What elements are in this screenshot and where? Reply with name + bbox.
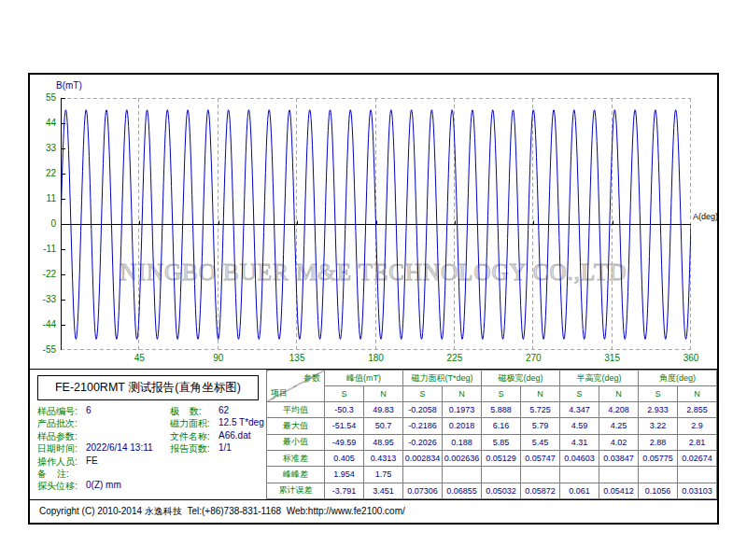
table-cell: -0.2026	[402, 434, 442, 450]
info-label: 报告页数:	[170, 442, 210, 455]
table-cell: 0.05412	[599, 483, 638, 498]
table-cell: 4.02	[599, 434, 638, 450]
corner-label-param: 参数	[303, 372, 320, 385]
table-cell	[638, 467, 677, 483]
table-cell: 0.06855	[442, 483, 481, 498]
table-cell: 5.888	[481, 402, 520, 418]
info-row: 日期时间:2022/6/14 13:11报告页数:1/1	[30, 442, 266, 455]
table-cell: 5.85	[481, 434, 520, 450]
table-cell: 5.725	[520, 402, 559, 418]
info-value: 62	[218, 405, 229, 415]
table-cell: 4.25	[599, 418, 638, 434]
y-tick-label: 11	[30, 193, 56, 203]
info-row: 操作人员:FE	[30, 455, 266, 468]
y-tick-label: 44	[30, 118, 56, 128]
table-cell	[402, 467, 442, 483]
info-row: 备 注:	[30, 468, 266, 480]
table-cell: 2.933	[638, 402, 677, 418]
x-tick-label: 135	[278, 353, 316, 363]
table-subheader: S	[402, 386, 442, 402]
table-cell: 5.79	[520, 418, 559, 434]
corner-label-item: 项目	[271, 387, 288, 399]
table-subheader: S	[638, 386, 677, 402]
table-cell: 2.81	[677, 434, 716, 450]
info-value: FE	[86, 455, 98, 466]
info-label: 日期时间:	[37, 442, 78, 455]
y-tick-label: -55	[30, 344, 56, 355]
table-cell: 0.05872	[520, 483, 559, 498]
table-cell: 48.95	[363, 434, 402, 450]
table-cell: 0.02674	[677, 450, 716, 466]
table-cell: 0.2018	[442, 418, 481, 434]
table-corner-cell: 参数项目	[266, 371, 324, 402]
table-row-name: 最大值	[266, 418, 324, 434]
table-cell: 4.59	[559, 418, 599, 434]
info-label: 极 数:	[170, 405, 202, 418]
x-tick-label: 270	[514, 353, 552, 363]
info-label: 样品参数:	[37, 430, 78, 443]
x-tick-label: 360	[672, 353, 710, 363]
table-cell: 0.405	[324, 450, 363, 466]
table-subheader: S	[559, 386, 599, 402]
info-value: A66.dat	[218, 430, 250, 441]
info-rows: 样品编号:6极 数:62产品批次:磁力面积:12.5 T*deg样品参数:文件名…	[30, 405, 266, 493]
info-value: 0(Z) mm	[86, 480, 121, 490]
copyright-text: Copyright (C) 2010-2014 永逸科技 Tel:(+86)73…	[30, 499, 717, 523]
info-row: 样品编号:6极 数:62	[30, 405, 266, 417]
x-tick-label: 225	[436, 353, 473, 363]
table-cell: 0.04603	[559, 450, 599, 466]
table-cell: 0.002834	[402, 450, 442, 466]
table-cell: -3.791	[324, 483, 363, 498]
info-row: 探头位移:0(Z) mm	[30, 480, 266, 492]
y-tick-label: -33	[30, 294, 56, 304]
table-cell: 2.9	[677, 418, 716, 434]
plot	[61, 98, 691, 350]
info-label: 文件名称:	[170, 430, 210, 443]
info-label: 备 注:	[37, 468, 69, 481]
table-group-header: 磁极宽(deg)	[481, 371, 559, 386]
table-subheader: N	[677, 386, 716, 402]
table-row-name: 累计误差	[266, 483, 324, 498]
table-cell: 0.002636	[442, 450, 481, 466]
table-cell: 4.208	[599, 402, 638, 418]
table-cell	[599, 467, 638, 483]
table-group-header: 磁力面积(T*deg)	[402, 371, 481, 386]
y-tick-label: 33	[30, 143, 56, 153]
info-label: 产品批次:	[37, 417, 78, 430]
info-label: 样品编号:	[37, 405, 78, 418]
table-cell: 0.1973	[442, 402, 481, 418]
table-cell: 6.16	[481, 418, 520, 434]
table-subheader: S	[481, 386, 520, 402]
table-group-header: 峰值(mT)	[324, 371, 402, 386]
x-tick-label: 180	[358, 353, 395, 363]
info-label: 操作人员:	[37, 455, 78, 469]
y-tick-label: -44	[30, 319, 56, 329]
table-row-name: 平均值	[266, 402, 324, 418]
table-cell: 1.954	[324, 467, 363, 483]
table-cell: 50.7	[363, 418, 402, 434]
x-tick-label: 45	[120, 353, 158, 363]
y-tick-label: 0	[30, 218, 56, 229]
parameter-table: 参数项目峰值(mT)磁力面积(T*deg)磁极宽(deg)半高宽(deg)角度(…	[266, 370, 717, 499]
info-label: 磁力面积:	[170, 417, 210, 430]
y-tick-label: 22	[30, 168, 56, 178]
table-subheader: S	[324, 386, 363, 402]
x-axis-label: A(deg)	[693, 212, 718, 221]
table-cell: -49.59	[324, 434, 363, 450]
table-cell: 2.88	[638, 434, 677, 450]
table-group-header: 半高宽(deg)	[559, 371, 638, 386]
table-cell: -50.3	[324, 402, 363, 418]
info-value: 2022/6/14 13:11	[86, 442, 153, 453]
table-cell	[520, 467, 559, 483]
y-tick-label: -11	[30, 244, 56, 254]
table-cell	[481, 467, 520, 483]
table-subheader: N	[442, 386, 481, 402]
x-tick-label: 315	[594, 353, 631, 363]
table-cell: 0.03103	[677, 483, 716, 498]
report-frame: B(mT) NINGBO BUER M&E TECHNOLOGY CO.,LTD…	[28, 73, 719, 525]
table-subheader: N	[599, 386, 638, 402]
info-row: 产品批次:磁力面积:12.5 T*deg	[30, 417, 266, 429]
table-cell: -0.2186	[402, 418, 442, 434]
table-cell: 0.07306	[402, 483, 442, 498]
table-cell: 4.347	[559, 402, 599, 418]
